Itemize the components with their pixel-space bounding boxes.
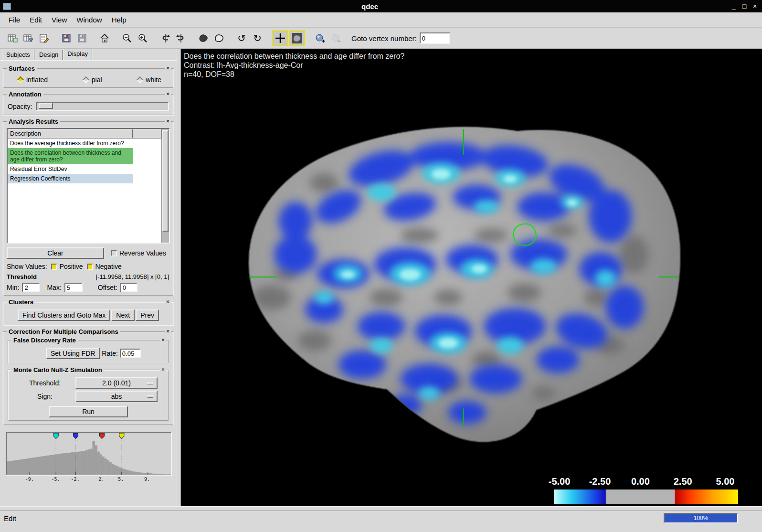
progress-label: 100% <box>665 514 737 522</box>
value-histogram[interactable]: -9.-5.-2.2.5.9. <box>6 432 172 483</box>
correction-close-icon[interactable]: × <box>165 329 171 335</box>
overlay-contrast: Contrast: lh-Avg-thickness-age-Cor <box>184 61 404 70</box>
surfaces-title: Surfaces <box>7 65 37 72</box>
mc-threshold-dropdown[interactable]: 2.0 (0.01) <box>75 377 158 389</box>
analysis-results-close-icon[interactable]: × <box>165 118 171 125</box>
blank-column-header <box>133 129 161 138</box>
tab-subjects[interactable]: Subjects <box>2 50 34 60</box>
list-item[interactable]: Does the average thickness differ from z… <box>8 138 133 148</box>
clusters-close-icon[interactable]: × <box>165 299 171 305</box>
titlebar: qdec _ □ × <box>0 0 762 12</box>
maximize-button[interactable]: □ <box>739 2 750 10</box>
fdr-group: False Discovery Rate × Set Using FDR Rat… <box>8 340 169 364</box>
threshold-range: [-11.9958, 11.9958] x [0, 1] <box>96 273 169 280</box>
description-column-header[interactable]: Description <box>8 129 133 138</box>
radio-selected-icon <box>17 76 24 83</box>
results-list-scrollbar[interactable] <box>161 129 169 243</box>
rate-input[interactable] <box>120 349 141 358</box>
clusters-title: Clusters <box>7 298 35 306</box>
overlay-text: Does the correlation between thickness a… <box>184 52 404 79</box>
remove-marker-icon[interactable] <box>328 31 343 46</box>
histogram-plot[interactable] <box>6 432 172 476</box>
redo-view-icon[interactable]: ↻ <box>250 31 265 46</box>
rotate-right-icon[interactable] <box>173 31 189 46</box>
minimize-button[interactable]: _ <box>729 2 739 10</box>
overlay-question: Does the correlation between thickness a… <box>184 52 404 61</box>
statusbar: Edit 100% <box>0 511 762 525</box>
set-using-fdr-button[interactable]: Set Using FDR <box>46 348 100 359</box>
save-all-snapshots-icon[interactable] <box>74 31 90 46</box>
min-input[interactable] <box>22 283 40 292</box>
colorbar-gradient <box>554 489 738 504</box>
prev-cluster-button[interactable]: Prev <box>136 309 159 321</box>
mc-sign-label: Sign: <box>14 393 75 400</box>
zoom-in-icon[interactable] <box>135 31 150 46</box>
home-icon[interactable] <box>97 31 112 46</box>
opacity-slider-handle[interactable] <box>39 103 53 109</box>
reverse-values-checkbox[interactable]: Reverse Values <box>111 249 166 257</box>
menu-file[interactable]: File <box>4 14 25 26</box>
analysis-results-title: Analysis Results <box>7 118 60 125</box>
opacity-label: Opacity: <box>8 103 32 110</box>
scrollbar-thumb[interactable] <box>162 130 169 232</box>
positive-checkbox[interactable]: Positive <box>51 263 83 270</box>
restore-view-icon[interactable]: ↺ <box>234 31 249 46</box>
surface-option-inflated[interactable]: inflated <box>18 76 48 84</box>
close-button[interactable]: × <box>750 2 760 10</box>
negative-checkbox[interactable]: Negative <box>87 263 122 270</box>
annotation-close-icon[interactable]: × <box>165 91 171 97</box>
offset-label: Offset: <box>98 284 117 291</box>
curvature-outline-icon[interactable] <box>212 31 227 46</box>
max-input[interactable] <box>64 283 83 292</box>
radio-icon <box>83 76 89 83</box>
load-data-table-icon[interactable] <box>5 31 20 46</box>
run-simulation-button[interactable]: Run <box>49 406 128 417</box>
overlay-dof: n=40, DOF=38 <box>184 70 404 79</box>
find-clusters-button[interactable]: Find Clusters and Goto Max <box>18 309 110 321</box>
menu-view[interactable]: View <box>47 14 72 26</box>
menu-window[interactable]: Window <box>72 14 106 26</box>
goto-vertex-input[interactable] <box>420 32 450 44</box>
load-project-icon[interactable] <box>21 31 36 46</box>
tab-display[interactable]: Display <box>63 49 92 60</box>
curvature-filled-icon[interactable] <box>196 31 211 46</box>
analysis-results-group: Analysis Results × Description Does the … <box>3 121 174 296</box>
offset-input[interactable] <box>120 283 138 292</box>
list-item[interactable]: Residual Error StdDev <box>8 164 133 174</box>
surface-option-pial[interactable]: pial <box>84 76 102 84</box>
save-snapshot-icon[interactable] <box>59 31 74 46</box>
menu-edit[interactable]: Edit <box>25 14 47 26</box>
results-list-header: Description <box>8 129 161 138</box>
clusters-group: Clusters × Find Clusters and Goto Max Ne… <box>3 302 174 326</box>
zoom-out-icon[interactable] <box>119 31 135 46</box>
fdr-close-icon[interactable]: × <box>160 337 166 343</box>
panel-splitter[interactable] <box>177 49 181 506</box>
add-marker-icon[interactable] <box>312 31 328 46</box>
bottom-splitter[interactable] <box>0 506 762 511</box>
threshold-label: Threshold <box>7 273 37 280</box>
save-project-icon[interactable] <box>36 31 52 46</box>
clear-button[interactable]: Clear <box>7 247 104 259</box>
toolbar: ↺ ↻ Goto vertex number: <box>0 28 762 49</box>
monte-carlo-close-icon[interactable]: × <box>160 367 166 373</box>
surfaces-close-icon[interactable]: × <box>165 65 171 72</box>
crosshair-mode-button[interactable] <box>272 30 288 46</box>
checkbox-checked-icon <box>51 264 57 270</box>
list-item-selected[interactable]: Does the correlation between thickness a… <box>8 148 133 164</box>
surface-option-white[interactable]: white <box>138 76 161 84</box>
mc-threshold-label: Threshold: <box>14 379 75 387</box>
opacity-slider[interactable] <box>36 102 169 111</box>
mc-sign-dropdown[interactable]: abs <box>75 391 158 402</box>
render-viewport[interactable]: Does the correlation between thickness a… <box>181 49 762 506</box>
menu-help[interactable]: Help <box>107 14 131 26</box>
window-title: qdec <box>11 2 729 11</box>
surface-cursor-mode-button[interactable] <box>289 30 305 46</box>
fdr-title: False Discovery Rate <box>11 337 78 344</box>
list-item[interactable]: Regression Coefficients <box>8 174 133 183</box>
tab-design[interactable]: Design <box>35 50 63 60</box>
annotation-group: Annotation × Opacity: <box>3 94 174 116</box>
next-cluster-button[interactable]: Next <box>111 309 135 321</box>
brain-render[interactable] <box>181 49 762 506</box>
panel-tabs: Subjects Design Display <box>0 49 177 60</box>
rotate-left-icon[interactable] <box>158 31 173 46</box>
